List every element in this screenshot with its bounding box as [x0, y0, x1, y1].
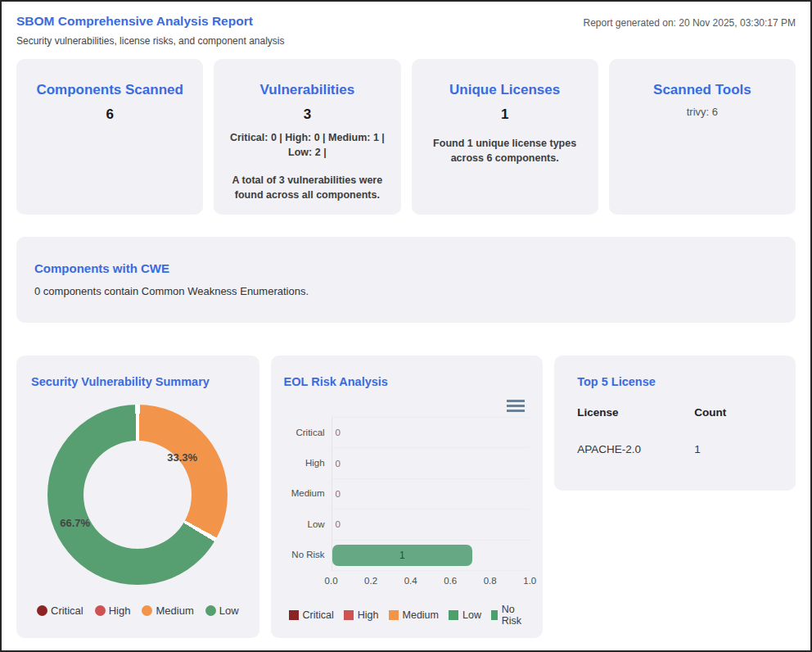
report-header: SBOM Comprehensive Analysis Report Secur…: [16, 14, 796, 47]
y-axis-category-labels: Critical High Medium Low No Risk: [284, 417, 332, 571]
card-value: 1: [423, 106, 587, 123]
category-label-no-risk: No Risk: [284, 540, 332, 570]
legend-label: Medium: [403, 609, 439, 621]
bar-row-critical: 0: [332, 418, 530, 448]
top-licenses-panel: Top 5 License License Count APACHE-2.0 1: [554, 355, 796, 491]
legend-item-medium[interactable]: Medium: [389, 609, 439, 621]
report-generated-timestamp: Report generated on: 20 Nov 2025, 03:30:…: [583, 17, 796, 29]
card-title: Components Scanned: [28, 82, 192, 98]
license-name-cell: APACHE-2.0: [577, 422, 694, 455]
legend-label: Low: [462, 609, 481, 621]
legend-item-critical[interactable]: Critical: [37, 604, 83, 617]
card-value: 6: [28, 106, 192, 123]
eol-legend: Critical High Medium Low No Risk: [284, 604, 530, 627]
vulnerability-donut: 33.3% 66.7%: [47, 405, 228, 585]
count-column-header: Count: [694, 406, 779, 422]
bar-value-label: 0: [336, 428, 341, 437]
legend-item-high[interactable]: High: [95, 604, 131, 617]
cwe-section-text: 0 components contain Common Weakness Enu…: [34, 285, 778, 297]
card-components-scanned: Components Scanned 6: [16, 59, 203, 215]
tools-list: trivy: 6: [620, 106, 784, 118]
chart-menu-icon[interactable]: [507, 400, 525, 412]
low-legend-dot-icon: [205, 605, 216, 616]
legend-label: Low: [219, 604, 239, 617]
critical-legend-dot-icon: [37, 605, 47, 616]
bar-value-label: 1: [399, 550, 405, 561]
legend-label: High: [109, 604, 131, 617]
bar-row-high: 0: [332, 448, 530, 478]
license-table-header-row: License Count: [577, 406, 779, 422]
x-axis-tick: 0.8: [484, 576, 497, 586]
no-risk-legend-swatch-icon: [491, 610, 498, 620]
legend-item-critical[interactable]: Critical: [289, 609, 334, 621]
legend-item-high[interactable]: High: [344, 609, 379, 621]
bar-row-no-risk: 1: [332, 541, 530, 571]
high-legend-dot-icon: [95, 605, 106, 616]
card-vulnerabilities: Vulnerabilities 3 Critical: 0 | High: 0 …: [214, 59, 400, 215]
legend-item-low[interactable]: Low: [449, 609, 481, 621]
card-unique-licenses: Unique Licenses 1 Found 1 unique license…: [412, 59, 598, 215]
x-axis: 0.0 0.2 0.4 0.6 0.8 1.0: [332, 576, 530, 594]
top-licenses-title: Top 5 License: [577, 375, 779, 388]
severity-breakdown: Critical: 0 | High: 0 | Medium: 1 | Low:…: [225, 130, 389, 160]
card-scanned-tools: Scanned Tools trivy: 6: [609, 59, 796, 215]
card-title: Scanned Tools: [620, 82, 784, 98]
vulnerability-summary-title: Security Vulnerability Summary: [31, 375, 245, 388]
legend-label: Critical: [303, 609, 334, 621]
summary-cards: Components Scanned 6 Vulnerabilities 3 C…: [16, 59, 796, 215]
donut-slice-label-low: 66.7%: [60, 517, 90, 529]
legend-item-medium[interactable]: Medium: [142, 604, 193, 617]
eol-risk-panel: EOL Risk Analysis Critical High Medium L…: [271, 355, 544, 638]
medium-legend-swatch-icon: [389, 610, 399, 620]
vulnerabilities-note: A total of 3 vulnerabilities were found …: [225, 173, 389, 202]
license-table-row: APACHE-2.0 1: [577, 422, 779, 455]
card-title: Vulnerabilities: [225, 82, 389, 98]
x-axis-tick: 0.0: [325, 576, 338, 586]
licenses-note: Found 1 unique license types across 6 co…: [423, 136, 587, 165]
legend-label: No Risk: [502, 604, 526, 627]
page-subtitle: Security vulnerabilities, license risks,…: [16, 35, 285, 47]
page-title: SBOM Comprehensive Analysis Report: [16, 14, 285, 29]
eol-risk-title: EOL Risk Analysis: [284, 375, 530, 388]
bar-value-label: 0: [336, 489, 341, 499]
no-risk-bar: 1: [332, 545, 473, 566]
bar-value-label: 0: [336, 459, 341, 469]
bar-value-label: 0: [336, 519, 341, 529]
report-header-left: SBOM Comprehensive Analysis Report Secur…: [16, 14, 285, 47]
plot-area: 0 0 0 0 1: [332, 417, 530, 571]
category-label-high: High: [284, 447, 332, 478]
bar-row-low: 0: [332, 509, 530, 540]
legend-item-no-risk[interactable]: No Risk: [491, 604, 525, 627]
category-label-critical: Critical: [284, 417, 332, 447]
medium-legend-dot-icon: [142, 605, 152, 616]
legend-label: Medium: [156, 604, 193, 617]
donut-slice-label-medium: 33.3%: [167, 451, 197, 464]
bar-row-medium: 0: [332, 479, 530, 509]
card-value: 3: [225, 106, 389, 123]
license-column-header: License: [577, 406, 694, 422]
report-page: SBOM Comprehensive Analysis Report Secur…: [2, 2, 810, 650]
x-axis-tick: 0.2: [364, 576, 377, 586]
category-label-medium: Medium: [284, 478, 332, 509]
license-count-cell: 1: [694, 422, 779, 455]
x-axis-tick: 0.6: [444, 576, 457, 586]
cwe-section: Components with CWE 0 components contain…: [16, 237, 796, 323]
charts-row: Security Vulnerability Summary 33.3% 66.…: [16, 355, 796, 638]
donut-legend: Critical High Medium Low: [31, 604, 245, 617]
card-title: Unique Licenses: [423, 82, 587, 98]
legend-label: Critical: [51, 604, 83, 617]
critical-legend-swatch-icon: [289, 610, 299, 620]
eol-bar-chart: Critical High Medium Low No Risk 0 0 0: [284, 417, 530, 571]
category-label-low: Low: [284, 509, 332, 539]
legend-label: High: [358, 609, 379, 621]
x-axis-tick: 0.4: [404, 576, 417, 586]
license-table: License Count APACHE-2.0 1: [577, 406, 779, 455]
low-legend-swatch-icon: [449, 610, 458, 620]
x-axis-tick: 1.0: [523, 576, 536, 586]
vulnerability-summary-panel: Security Vulnerability Summary 33.3% 66.…: [16, 355, 259, 638]
cwe-section-title: Components with CWE: [34, 261, 778, 275]
high-legend-swatch-icon: [344, 610, 354, 620]
legend-item-low[interactable]: Low: [205, 604, 239, 617]
